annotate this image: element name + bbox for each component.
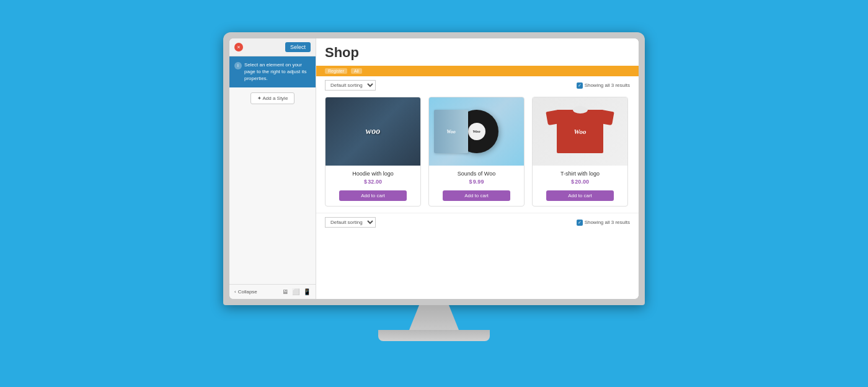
collapse-label: Collapse [238,289,257,295]
monitor-bezel: × Select i Select an element on your pag… [229,38,639,299]
left-panel: × Select i Select an element on your pag… [229,38,316,299]
sort-select[interactable]: Default sorting [325,80,376,91]
bottom-check-icon: ✓ [577,220,583,226]
select-button[interactable]: Select [285,42,311,52]
breadcrumb-home[interactable]: Register [325,68,347,74]
mobile-icon[interactable]: 📱 [303,288,311,295]
monitor: × Select i Select an element on your pag… [217,32,651,355]
bottom-showing-results: ✓ Showing all 3 results [577,220,630,226]
product-image-tshirt: Woo [533,97,627,166]
add-to-cart-tshirt[interactable]: Add to cart [546,190,614,201]
tshirt-sleeve-right [600,110,614,125]
screen-content: × Select i Select an element on your pag… [229,38,639,299]
panel-footer: ‹ Collapse 🖥 ⬜ 📱 [229,284,316,299]
info-icon: i [234,62,242,69]
vinyl-cover: Woo [434,110,468,153]
tshirt-woo-text: Woo [574,128,587,135]
tshirt-shape: Woo [557,110,603,153]
breadcrumb-shop[interactable]: All [351,68,362,74]
product-price-tshirt: $ 20.00 [538,179,622,185]
product-name-hoodie: Hoodie with logo [330,171,415,177]
shop-title: Shop [325,45,630,61]
panel-header: × Select [229,38,316,56]
showing-results: ✓ Showing all 3 results [577,82,630,89]
add-to-cart-hoodie[interactable]: Add to cart [339,190,407,201]
product-card-hoodie: woo Hoodie with logo $ 32.00 Add to cart [325,97,421,207]
collapse-icon: ‹ [234,289,236,295]
product-info-tshirt: T-shirt with logo $ 20.00 Add to cart [533,166,627,206]
shop-content: Shop Register All Default sorting ✓ Show… [316,38,639,299]
shop-controls: Default sorting ✓ Showing all 3 results [316,76,639,94]
vinyl-label: Woo [468,123,485,140]
tshirt-collar [573,106,588,113]
breadcrumb-bar: Register All [316,66,639,76]
product-price-vinyl: $ 9.99 [434,179,519,185]
showing-text: Showing all 3 results [585,82,630,88]
check-icon: ✓ [577,82,583,89]
desktop-icon[interactable]: 🖥 [282,288,288,295]
product-image-vinyl: Woo Woo [429,97,524,166]
monitor-screen-outer: × Select i Select an element on your pag… [223,32,645,305]
hoodie-image: woo [326,97,420,166]
monitor-stand-base [378,330,490,341]
product-info-hoodie: Hoodie with logo $ 32.00 Add to cart [326,166,420,206]
add-style-button[interactable]: ✦ Add a Style [250,92,295,104]
tshirt-sleeve-left [546,110,560,125]
vinyl-image: Woo Woo [429,97,524,166]
tablet-icon[interactable]: ⬜ [292,288,299,295]
product-name-tshirt: T-shirt with logo [538,171,622,177]
bottom-showing-text: Showing all 3 results [585,220,630,225]
tshirt-image: Woo [533,97,627,166]
product-info-vinyl: Sounds of Woo $ 9.99 Add to cart [429,166,524,206]
bottom-sort-select[interactable]: Default sorting [325,217,376,228]
hoodie-woo-text: woo [366,127,380,136]
add-to-cart-vinyl[interactable]: Add to cart [443,190,511,201]
bottom-controls: Default sorting ✓ Showing all 3 results [316,213,639,231]
product-card-vinyl: Woo Woo Sounds of Woo $ 9.99 Add to cart [428,97,525,207]
collapse-button[interactable]: ‹ Collapse [234,289,257,295]
shop-header: Shop [316,38,639,66]
close-button[interactable]: × [234,43,243,51]
product-image-hoodie: woo [326,97,420,166]
product-name-vinyl: Sounds of Woo [434,171,519,177]
monitor-stand-neck [409,305,459,330]
panel-info-text: Select an element on your page to the ri… [244,61,311,82]
device-icons: 🖥 ⬜ 📱 [282,288,311,295]
product-price-hoodie: $ 32.00 [330,179,415,185]
panel-info: i Select an element on your page to the … [229,56,316,87]
products-grid: woo Hoodie with logo $ 32.00 Add to cart [316,94,639,213]
product-card-tshirt: Woo T-shirt with logo $ 20.00 Add to car… [532,97,628,207]
